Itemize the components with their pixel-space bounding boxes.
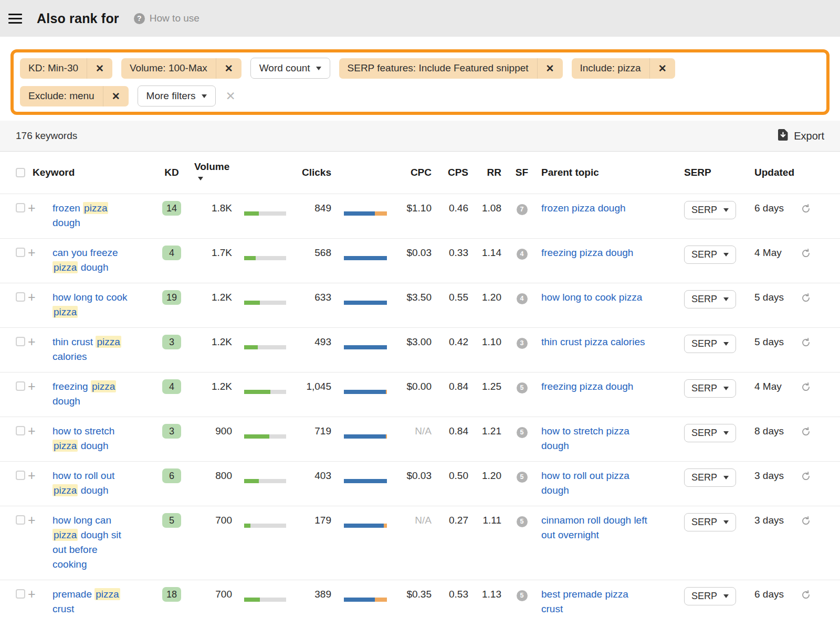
col-header-rr[interactable]: RR [476, 152, 509, 194]
help-icon: ? [134, 13, 145, 24]
keyword-link[interactable]: frozen pizza dough [52, 201, 131, 230]
sf-badge[interactable]: 5 [517, 472, 528, 483]
serp-dropdown[interactable]: SERP [684, 468, 736, 487]
filter-chip-serp-features-label[interactable]: SERP features: Include Featured snippet [339, 58, 537, 79]
keyword-link[interactable]: how to roll out pizza dough [52, 468, 131, 498]
col-header-cps[interactable]: CPS [439, 152, 476, 194]
add-to-list-icon[interactable]: + [28, 514, 36, 526]
add-to-list-icon[interactable]: + [28, 469, 36, 482]
row-checkbox[interactable] [16, 589, 25, 599]
serp-dropdown[interactable]: SERP [684, 201, 736, 219]
serp-dropdown[interactable]: SERP [684, 335, 736, 353]
how-to-use-link[interactable]: ? How to use [134, 13, 200, 24]
serp-dropdown[interactable]: SERP [684, 290, 736, 308]
col-header-sf[interactable]: SF [509, 152, 535, 194]
filter-chip-volume-label[interactable]: Volume: 100-Max [121, 58, 216, 79]
filter-chip-kd-label[interactable]: KD: Min-30 [20, 58, 87, 79]
add-to-list-icon[interactable]: + [28, 291, 36, 303]
close-icon[interactable]: ✕ [649, 58, 675, 79]
row-checkbox[interactable] [16, 426, 25, 435]
parent-topic-link[interactable]: how long to cook pizza [541, 290, 642, 305]
sf-badge[interactable]: 5 [517, 427, 528, 438]
word-count-dropdown[interactable]: Word count [250, 58, 330, 79]
serp-dropdown[interactable]: SERP [684, 513, 736, 531]
add-to-list-icon[interactable]: + [28, 380, 36, 392]
volume-bar-fill [244, 524, 250, 528]
refresh-icon[interactable] [801, 203, 811, 218]
parent-topic-link[interactable]: freezing pizza dough [541, 246, 633, 260]
close-icon[interactable]: ✕ [87, 58, 112, 79]
cps-value: 0.42 [439, 328, 476, 372]
serp-dropdown[interactable]: SERP [684, 246, 736, 264]
refresh-icon[interactable] [801, 292, 811, 307]
row-checkbox[interactable] [16, 471, 25, 480]
refresh-icon[interactable] [801, 471, 811, 485]
volume-value: 700 [191, 580, 235, 618]
row-checkbox[interactable] [16, 203, 25, 212]
row-checkbox[interactable] [16, 337, 25, 346]
keyword-link[interactable]: thin crust pizza calories [52, 335, 131, 364]
export-button[interactable]: Export [778, 129, 824, 143]
close-icon[interactable]: ✕ [216, 58, 242, 79]
clicks-bar-orange [375, 598, 387, 602]
keyword-link[interactable]: can you freeze pizza dough [52, 246, 131, 275]
sf-badge[interactable]: 5 [517, 590, 528, 601]
serp-dropdown-label: SERP [691, 428, 717, 439]
parent-topic-link[interactable]: freezing pizza dough [541, 379, 633, 394]
select-all-checkbox[interactable] [16, 168, 25, 177]
serp-dropdown[interactable]: SERP [684, 587, 736, 605]
more-filters-dropdown[interactable]: More filters [138, 86, 216, 106]
parent-topic-link[interactable]: cinnamon roll dough left out overnight [541, 513, 653, 542]
filter-chip-include-label[interactable]: Include: pizza [572, 58, 649, 79]
serp-dropdown[interactable]: SERP [684, 424, 736, 442]
refresh-icon[interactable] [801, 337, 811, 351]
refresh-icon[interactable] [801, 248, 811, 262]
col-header-kd[interactable]: KD [153, 152, 191, 194]
add-to-list-icon[interactable]: + [28, 335, 36, 348]
add-to-list-icon[interactable]: + [28, 246, 36, 259]
serp-dropdown[interactable]: SERP [684, 379, 736, 398]
keyword-link[interactable]: how to stretch pizza dough [52, 424, 131, 453]
sf-badge[interactable]: 3 [517, 338, 528, 349]
keyword-link[interactable]: how long to cook pizza [52, 290, 131, 319]
col-header-parent-topic[interactable]: Parent topic [535, 152, 682, 194]
col-header-clicks[interactable]: Clicks [296, 152, 335, 194]
sf-badge[interactable]: 7 [517, 204, 528, 215]
add-to-list-icon[interactable]: + [28, 588, 36, 600]
row-checkbox[interactable] [16, 515, 25, 525]
col-header-keyword[interactable]: Keyword [27, 152, 153, 194]
sf-badge[interactable]: 4 [517, 293, 528, 304]
hamburger-menu-icon[interactable] [6, 10, 24, 27]
close-icon[interactable]: ✕ [103, 86, 129, 106]
keyword-link[interactable]: premade pizza crust [52, 587, 131, 616]
parent-topic-link[interactable]: how to stretch pizza dough [541, 424, 653, 453]
parent-topic-link[interactable]: best premade pizza crust [541, 587, 653, 616]
kd-badge: 14 [162, 201, 181, 216]
add-to-list-icon[interactable]: + [28, 201, 36, 214]
refresh-icon[interactable] [801, 589, 811, 604]
refresh-icon[interactable] [801, 426, 811, 441]
parent-topic-link[interactable]: thin crust pizza calories [541, 335, 645, 349]
refresh-icon[interactable] [801, 381, 811, 396]
col-header-cpc[interactable]: CPC [398, 152, 439, 194]
row-checkbox[interactable] [16, 381, 25, 391]
add-to-list-icon[interactable]: + [28, 424, 36, 437]
close-icon[interactable]: ✕ [537, 58, 563, 79]
sf-badge[interactable]: 4 [517, 249, 528, 260]
sf-badge[interactable]: 5 [517, 516, 528, 527]
keyword-link[interactable]: how long can pizza dough sit out before … [52, 513, 131, 572]
clear-all-filters-icon[interactable]: ✕ [225, 89, 237, 103]
caret-down-icon [723, 208, 729, 212]
col-header-volume[interactable]: Volume [191, 152, 235, 194]
updated-value: 4 May [750, 372, 800, 417]
filter-chip-exclude-label[interactable]: Exclude: menu [20, 86, 103, 106]
col-header-updated[interactable]: Updated [750, 152, 800, 194]
refresh-icon[interactable] [801, 515, 811, 530]
row-checkbox[interactable] [16, 292, 25, 302]
keyword-text: dough [78, 485, 108, 496]
parent-topic-link[interactable]: how to roll out pizza dough [541, 468, 653, 498]
sf-badge[interactable]: 5 [517, 382, 528, 393]
parent-topic-link[interactable]: frozen pizza dough [541, 201, 626, 216]
keyword-link[interactable]: freezing pizza dough [52, 379, 131, 409]
row-checkbox[interactable] [16, 248, 25, 257]
